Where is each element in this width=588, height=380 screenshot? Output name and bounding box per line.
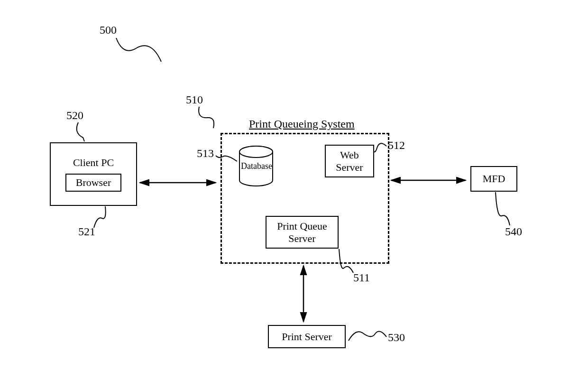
database-label: Database — [241, 161, 272, 171]
browser-box: Browser — [65, 174, 122, 192]
print-server-label: Print Server — [282, 331, 332, 343]
ref-520: 520 — [66, 109, 83, 122]
mfd-label: MFD — [483, 173, 505, 185]
lead-520 — [77, 122, 84, 141]
ref-510: 510 — [186, 93, 203, 106]
queue-system-title: Print Queueing System — [247, 118, 357, 130]
ref-500: 500 — [100, 24, 117, 37]
ref-512: 512 — [388, 139, 405, 152]
lead-500 — [116, 38, 161, 62]
ref-540: 540 — [505, 225, 522, 238]
print-server-box: Print Server — [268, 325, 346, 348]
print-queue-server-label: Print Queue Server — [277, 220, 327, 245]
browser-label: Browser — [76, 176, 111, 188]
mfd-box: MFD — [470, 166, 517, 192]
ref-530: 530 — [388, 331, 405, 344]
ref-511: 511 — [353, 271, 370, 284]
lead-521 — [94, 206, 106, 228]
web-server-box: Web Server — [325, 145, 374, 177]
lead-530 — [349, 332, 386, 341]
web-server-label: Web Server — [336, 149, 363, 174]
ref-513: 513 — [197, 147, 214, 160]
client-pc-label: Client PC — [73, 157, 114, 169]
print-queue-server-box: Print Queue Server — [266, 216, 339, 249]
ref-521: 521 — [78, 225, 95, 238]
lead-510 — [199, 107, 214, 128]
lead-540 — [496, 192, 510, 225]
client-pc-box: Client PC Browser — [50, 142, 137, 206]
